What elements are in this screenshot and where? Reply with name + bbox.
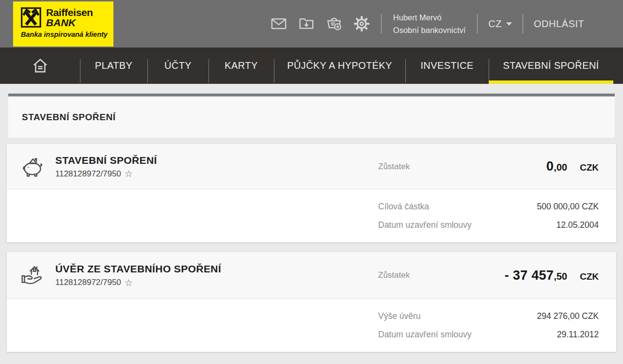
detail-value: 294 276,00 CZK bbox=[537, 311, 599, 321]
chevron-down-icon bbox=[506, 22, 512, 26]
account-details: Výše úvěru 294 276,00 CZK Datum uzavření… bbox=[7, 299, 616, 352]
balance-label: Zůstatek bbox=[378, 270, 410, 280]
language-selector[interactable]: CZ bbox=[488, 18, 512, 30]
detail-value: 500 000,00 CZK bbox=[537, 202, 599, 212]
nav-item-platby[interactable]: PLATBY bbox=[80, 47, 147, 84]
home-icon bbox=[31, 57, 49, 75]
banking-app: Raiffeisen BANK Banka inspirovaná klient… bbox=[0, 0, 623, 364]
nav-item-pujcky-a-hypoteky[interactable]: PŮJČKY A HYPOTÉKY bbox=[274, 47, 405, 84]
detail-value: 29.11.2012 bbox=[557, 330, 599, 340]
hand-holding-house-icon bbox=[19, 262, 46, 288]
nav-item-karty[interactable]: KARTY bbox=[208, 47, 274, 84]
main-nav: PLATBY ÚČTY KARTY PŮJČKY A HYPOTÉKY INVE… bbox=[0, 47, 623, 84]
detail-row: Datum uzavření smlouvy 29.11.2012 bbox=[378, 325, 599, 344]
balance-amount: - 37 457,50 CZK bbox=[505, 268, 599, 283]
nav-item-ucty[interactable]: ÚČTY bbox=[147, 47, 208, 84]
detail-label: Výše úvěru bbox=[378, 311, 421, 321]
basket-add-icon[interactable] bbox=[326, 16, 342, 32]
language-code: CZ bbox=[488, 18, 502, 30]
account-card-header[interactable]: STAVEBNÍ SPOŘENÍ 1128128972/7950 ☆ Zůsta… bbox=[7, 144, 616, 190]
detail-row: Datum uzavření smlouvy 12.05.2004 bbox=[378, 216, 599, 234]
balance-amount: 0,00 CZK bbox=[546, 159, 599, 174]
account-number: 1128128972/7950 ☆ bbox=[55, 278, 221, 287]
top-header: Raiffeisen BANK Banka inspirovaná klient… bbox=[0, 0, 623, 47]
nav-item-stavebni-sporeni[interactable]: STAVEBNÍ SPOŘENÍ bbox=[489, 47, 613, 84]
detail-value: 12.05.2004 bbox=[556, 220, 599, 230]
favorite-star-icon[interactable]: ☆ bbox=[125, 169, 133, 178]
detail-row: Výše úvěru 294 276,00 CZK bbox=[378, 307, 599, 325]
currency-code: CZK bbox=[580, 162, 599, 173]
user-name: Hubert Mervó bbox=[393, 11, 466, 24]
user-context: Osobní bankovnictví bbox=[393, 24, 466, 36]
bank-name: Raiffeisen BANK bbox=[46, 7, 93, 28]
nav-filler bbox=[613, 47, 623, 84]
folder-download-icon[interactable] bbox=[298, 16, 315, 32]
account-card-header[interactable]: ÚVĚR ZE STAVEBNÍHO SPOŘENÍ 1128128972/79… bbox=[7, 252, 616, 299]
account-details: Cílová částka 500 000,00 CZK Datum uzavř… bbox=[7, 190, 616, 242]
settings-gear-icon[interactable] bbox=[353, 16, 370, 32]
mail-icon[interactable] bbox=[271, 16, 287, 32]
account-titles: ÚVĚR ZE STAVEBNÍHO SPOŘENÍ 1128128972/79… bbox=[55, 263, 221, 287]
main-content: STAVEBNÍ SPOŘENÍ bbox=[0, 84, 623, 352]
logout-button[interactable]: ODHLÁSIT bbox=[534, 18, 584, 30]
nav-item-investice[interactable]: INVESTICE bbox=[405, 47, 489, 84]
detail-label: Cílová částka bbox=[378, 202, 429, 212]
nav-home-button[interactable] bbox=[0, 47, 80, 84]
header-divider bbox=[477, 14, 478, 33]
header-icon-group bbox=[271, 16, 381, 32]
raiffeisen-crossed-gables-icon bbox=[20, 7, 42, 28]
bank-logo[interactable]: Raiffeisen BANK Banka inspirovaná klient… bbox=[13, 1, 113, 47]
header-divider bbox=[381, 14, 382, 33]
account-title: ÚVĚR ZE STAVEBNÍHO SPOŘENÍ bbox=[55, 263, 221, 275]
favorite-star-icon[interactable]: ☆ bbox=[125, 278, 133, 287]
header-divider bbox=[523, 14, 523, 33]
balance-label: Zůstatek bbox=[378, 162, 410, 172]
bank-tagline: Banka inspirovaná klienty bbox=[21, 31, 113, 38]
account-title: STAVEBNÍ SPOŘENÍ bbox=[55, 155, 157, 166]
piggy-bank-house-icon bbox=[19, 154, 46, 180]
account-card-stavebni-sporeni: STAVEBNÍ SPOŘENÍ 1128128972/7950 ☆ Zůsta… bbox=[7, 144, 616, 242]
page-header: STAVEBNÍ SPOŘENÍ bbox=[8, 94, 615, 138]
user-menu[interactable]: Hubert Mervó Osobní bankovnictví bbox=[393, 11, 466, 37]
detail-row: Cílová částka 500 000,00 CZK bbox=[378, 197, 599, 216]
account-card-uver-ze-stavebniho-sporeni: ÚVĚR ZE STAVEBNÍHO SPOŘENÍ 1128128972/79… bbox=[7, 252, 616, 352]
page-title: STAVEBNÍ SPOŘENÍ bbox=[22, 112, 116, 123]
currency-code: CZK bbox=[580, 271, 599, 282]
detail-label: Datum uzavření smlouvy bbox=[378, 330, 472, 340]
account-number: 1128128972/7950 ☆ bbox=[55, 169, 157, 179]
account-titles: STAVEBNÍ SPOŘENÍ 1128128972/7950 ☆ bbox=[55, 155, 157, 179]
header-actions: Hubert Mervó Osobní bankovnictví CZ ODHL… bbox=[271, 0, 623, 47]
detail-label: Datum uzavření smlouvy bbox=[378, 220, 472, 230]
